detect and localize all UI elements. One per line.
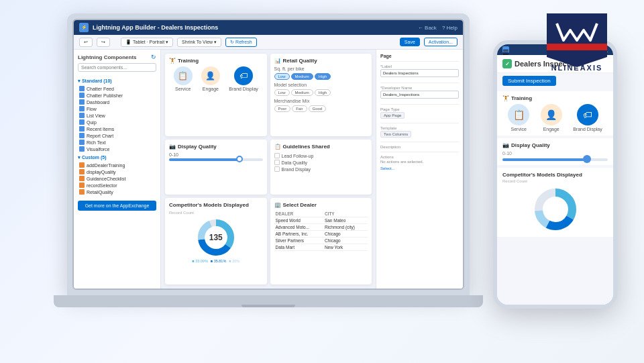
competitors-title: Competitor's Models Displayed <box>169 202 263 208</box>
standard-section-title: ▾ Standard (10) <box>78 79 156 84</box>
undo-btn[interactable]: ↩ <box>79 38 93 47</box>
custom-section-title: ▾ Custom (5) <box>78 155 156 160</box>
sidebar-item-displayquality[interactable]: displayQuality <box>78 168 156 175</box>
table-row[interactable]: AB Partners, Inc.Chicago <box>274 230 368 237</box>
laptop-body: ⚡ Lightning App Builder - Dealers Inspec… <box>67 13 470 295</box>
dev-name-field-title: *Developer Name <box>380 86 459 90</box>
sidebar-item-quip[interactable]: Quip <box>78 119 156 125</box>
sidebar-item-chatter-feed[interactable]: Chatter Feed <box>78 85 156 92</box>
sidebar-item-visualforce[interactable]: Visualforce <box>78 146 156 152</box>
pill-low[interactable]: Low <box>274 73 290 80</box>
app-builder: ⚡ Lightning App Builder - Dealers Inspec… <box>74 20 463 289</box>
shrink-btn[interactable]: Shrink To View ▾ <box>177 38 221 47</box>
canvas: 🏋 Training 📋 Service 👤 Engag <box>161 50 376 289</box>
label-input[interactable] <box>380 69 459 77</box>
refresh-btn[interactable]: ↻ Refresh <box>225 38 256 47</box>
guidelines-list: Lead Follow-up Data Quality Brand Displa… <box>274 152 368 172</box>
phone-competitors-title: Competitor's Models Displayed <box>502 172 608 178</box>
app-title: Lightning App Builder - Dealers Inspecti… <box>93 24 218 31</box>
page-type-label: Page Type <box>380 107 459 111</box>
sidebar-item-flow[interactable]: Flow <box>78 105 156 112</box>
dev-name-input[interactable] <box>380 91 459 99</box>
model-med[interactable]: Medium <box>291 89 313 96</box>
search-input[interactable] <box>78 63 156 72</box>
dealer-icon: 🏢 <box>274 202 281 208</box>
donut-legend: ■ 33.09% ■ 35.81% ■ 20% <box>169 259 263 263</box>
phone-dq-title: 📷 Display Quality <box>502 142 608 148</box>
phone-training-title: 🏋 Training <box>502 95 608 101</box>
template-badge: Two Columns <box>380 131 411 138</box>
model-high[interactable]: High <box>315 89 331 96</box>
custom-items-list: addDealerTraining displayQuality Guidanc… <box>78 162 156 195</box>
sidebar-item-chatter-pub[interactable]: Chatter Publisher <box>78 92 156 99</box>
pill-high[interactable]: High <box>315 73 331 80</box>
table-row[interactable]: Data MartNew York <box>274 244 368 250</box>
sidebar-item-list-view[interactable]: List View <box>78 112 156 119</box>
phone-dq-range: 0-10 <box>502 151 608 156</box>
phone-brand-icon: 🏷 <box>577 104 598 125</box>
lightning-icon: ⚡ <box>79 23 89 32</box>
display-quality-card: 📷 Display Quality 0-10 <box>165 140 267 194</box>
hamburger-icon[interactable]: ≡ <box>502 46 509 53</box>
help-btn[interactable]: ? Help <box>442 25 458 31</box>
merch-good[interactable]: Good <box>309 105 327 112</box>
merch-fair[interactable]: Fair <box>292 105 307 112</box>
merch-poor[interactable]: Poor <box>274 105 291 112</box>
phone-mockup: ≡ 🔔 ✓ Dealers Inspections Submit Inspect… <box>493 40 617 309</box>
sidebar-item-adddealer[interactable]: addDealerTraining <box>78 162 156 168</box>
sidebar-item-dashboard[interactable]: Dashboard <box>78 99 156 105</box>
training-icons: 📋 Service 👤 Engage 🏷 Brand Display <box>169 66 263 91</box>
phone-record-count: Record Count <box>502 179 608 183</box>
save-btn[interactable]: Save <box>400 38 420 46</box>
table-row[interactable]: Advanced Moto...Richmond (city) <box>274 223 368 230</box>
guideline-brand: Brand Display <box>274 166 368 172</box>
training-brand: 🏷 Brand Display <box>229 66 258 91</box>
select-dealer-title: 🏢 Select Dealer <box>274 202 368 208</box>
phone-status-left: ≡ <box>502 46 509 53</box>
phone-display-quality: 📷 Display Quality 0-10 <box>497 138 613 165</box>
pill-medium[interactable]: Medium <box>291 73 313 80</box>
device-select[interactable]: 📱 Tablet · Portrait ▾ <box>121 38 173 47</box>
redo-btn[interactable]: ↪ <box>97 38 110 47</box>
phone-slider-fill <box>502 158 587 161</box>
sidebar-item-recent[interactable]: Recent Items <box>78 125 156 132</box>
sidebar-item-report[interactable]: Report Chart <box>78 132 156 139</box>
laptop-screen: ⚡ Lightning App Builder - Dealers Inspec… <box>72 19 464 290</box>
sidebar-item-rich-text[interactable]: Rich Text <box>78 139 156 146</box>
retail-quality-title: 📊 Retail Quality <box>274 58 368 64</box>
actions-label: Actions <box>380 155 459 159</box>
model-low[interactable]: Low <box>274 89 290 96</box>
no-actions-text: No actions are selected. <box>380 160 459 164</box>
select-dealer-card: 🏢 Select Dealer DEALER CITY <box>270 198 372 284</box>
phone-slider-track[interactable] <box>502 158 608 161</box>
phone-slider-thumb[interactable] <box>583 155 591 163</box>
record-count-label: Record Count <box>169 211 263 215</box>
select-link[interactable]: Select... <box>380 166 395 170</box>
training-icon: 🏋 <box>169 58 176 64</box>
table-row[interactable]: Speed WorldSan Mateo <box>274 217 368 223</box>
slider-track[interactable] <box>169 158 263 161</box>
sidebar-item-record[interactable]: recordSelector <box>78 182 156 189</box>
guidelines-card: 📋 Guidelines Shared Lead Follow-up Data … <box>270 140 372 194</box>
city-col-header: CITY <box>323 211 368 217</box>
back-btn[interactable]: ← Back <box>418 25 437 31</box>
slider-thumb[interactable] <box>236 156 243 162</box>
engage-icon: 👤 <box>201 66 220 85</box>
refresh-icon[interactable]: ↻ <box>151 54 156 60</box>
sidebar-item-retail[interactable]: RetailQuality <box>78 189 156 195</box>
page-type-badge: App Page <box>380 112 405 119</box>
svg-text:NLINEAXIS: NLINEAXIS <box>551 64 603 72</box>
right-panel: Page *Label *Developer Name Page Type Ap… <box>376 50 463 289</box>
guideline-data: Data Quality <box>274 159 368 166</box>
table-row[interactable]: Silver PartnersChicago <box>274 237 368 244</box>
training-engage: 👤 Engage <box>201 66 220 91</box>
standard-items-list: Chatter Feed Chatter Publisher Dashboard… <box>78 85 156 152</box>
service-icon: 📋 <box>174 66 193 85</box>
sidebar-item-guidance[interactable]: GuidanceChecklist <box>78 175 156 182</box>
training-service: 📋 Service <box>174 66 193 91</box>
activation-btn[interactable]: Activation... <box>424 38 458 46</box>
appexchange-cta[interactable]: Get more on the AppExchange <box>78 201 156 211</box>
phone-donut-svg <box>532 186 579 233</box>
phone-engage-icon: 👤 <box>541 104 562 125</box>
check-lead <box>274 153 280 158</box>
